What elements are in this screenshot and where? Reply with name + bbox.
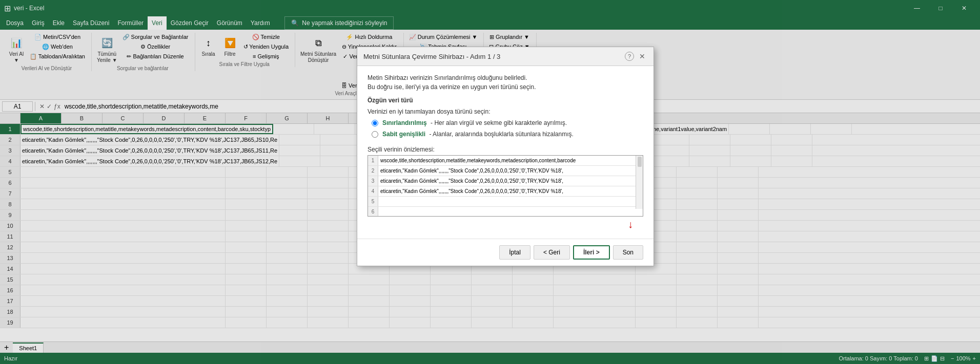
radio-item-sabit-genislikli: Sabit genişlikli - Alanlar, aralarında b… bbox=[372, 131, 643, 138]
preview-row-content: wscode,title,shortdescription,metatitle,… bbox=[378, 158, 578, 163]
down-arrow-icon: ↓ bbox=[628, 219, 633, 230]
dialog-subdesc: Bu doğru ise, ileri'yi ya da verinize en… bbox=[368, 83, 643, 91]
preview-box: 1wscode,title,shortdescription,metatitle… bbox=[368, 155, 643, 217]
preview-section: Seçili verinin önizlemesi: 1wscode,title… bbox=[368, 146, 643, 230]
preview-row-content: eticaretin,"Kadın Gömlek",,,,,,,"Stock C… bbox=[378, 168, 565, 174]
radio-sabit-genislikli[interactable] bbox=[372, 131, 378, 138]
list-item: 2eticaretin,"Kadın Gömlek",,,,,,,"Stock … bbox=[368, 166, 643, 176]
list-item: 6 bbox=[368, 207, 643, 217]
dialog-body: Metin Sihirbazı verinizin Sınırlandırılm… bbox=[357, 66, 654, 239]
preview-row-num: 1 bbox=[368, 156, 378, 165]
ileri-button[interactable]: İleri > bbox=[573, 245, 610, 260]
radio-sinirlandirilmis[interactable] bbox=[372, 120, 378, 126]
geri-button[interactable]: < Geri bbox=[534, 245, 570, 260]
list-item: 3eticaretin,"Kadın Gömlek",,,,,,,"Stock … bbox=[368, 176, 643, 186]
dialog-buttons: İptal < Geri İleri > Son bbox=[357, 239, 654, 266]
radio-group: Sınırlandırılmış - Her alan virgül ve se… bbox=[372, 119, 643, 138]
select-label: Verinizi en iyi tanımlayan dosya türünü … bbox=[368, 108, 643, 115]
preview-row-num: 3 bbox=[368, 176, 378, 186]
dialog-description: Metin Sihirbazı verinizin Sınırlandırılm… bbox=[368, 74, 643, 81]
preview-row-num: 4 bbox=[368, 186, 378, 196]
list-item: 1wscode,title,shortdescription,metatitle… bbox=[368, 156, 643, 166]
preview-scroll-thumb-v bbox=[638, 157, 642, 167]
data-type-label: Özgün veri türü bbox=[368, 97, 643, 104]
list-item: 5 bbox=[368, 197, 643, 207]
preview-row-content: eticaretin,"Kadın Gömlek",,,,,,,"Stock C… bbox=[378, 178, 565, 184]
iptal-button[interactable]: İptal bbox=[499, 245, 530, 260]
dialog-close-button[interactable]: ✕ bbox=[637, 51, 647, 61]
preview-row-content: eticaretin,"Kadın Gömlek",,,,,,,"Stock C… bbox=[378, 188, 565, 194]
dialog-help-icon[interactable]: ? bbox=[625, 52, 634, 61]
preview-row-num: 5 bbox=[368, 197, 378, 206]
radio-label-sabit-genislikli[interactable]: Sabit genişlikli - Alanlar, aralarında b… bbox=[382, 131, 574, 138]
preview-row-num: 2 bbox=[368, 166, 378, 176]
preview-scrollbar-v[interactable] bbox=[636, 156, 643, 209]
preview-label: Seçili verinin önizlemesi: bbox=[368, 146, 643, 153]
dialog-titlebar: Metni Sütunlara Çevirme Sihirbazı - Adım… bbox=[357, 47, 654, 66]
radio-label-sinirlandirilmis[interactable]: Sınırlandırılmış - Her alan virgül ve se… bbox=[382, 119, 567, 126]
dialog-title: Metni Sütunlara Çevirme Sihirbazı - Adım… bbox=[363, 53, 500, 60]
preview-row-num: 6 bbox=[368, 207, 378, 217]
dialog-overlay: Metni Sütunlara Çevirme Sihirbazı - Adım… bbox=[0, 0, 980, 364]
radio-item-sinirlandirilmis: Sınırlandırılmış - Her alan virgül ve se… bbox=[372, 119, 643, 126]
scroll-arrow-indicator: ↓ bbox=[368, 219, 633, 230]
son-button[interactable]: Son bbox=[613, 245, 643, 260]
list-item: 4eticaretin,"Kadın Gömlek",,,,,,,"Stock … bbox=[368, 186, 643, 197]
dialog-metni-sutunlara: Metni Sütunlara Çevirme Sihirbazı - Adım… bbox=[357, 47, 654, 266]
